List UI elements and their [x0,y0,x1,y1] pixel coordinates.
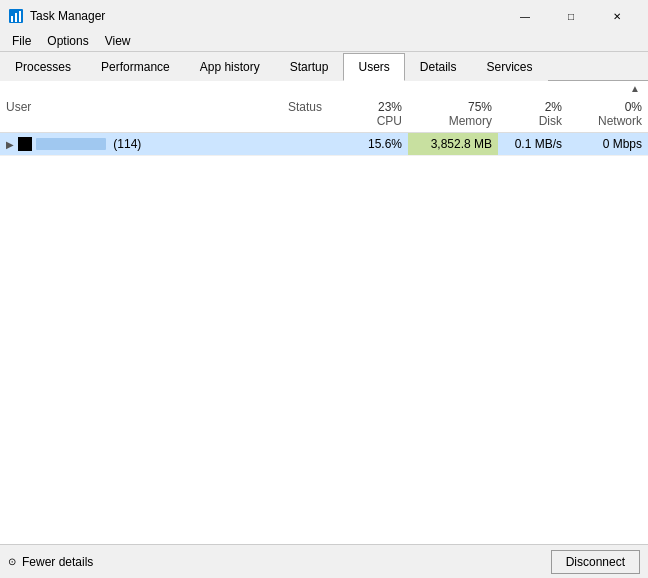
tab-performance[interactable]: Performance [86,53,185,81]
col-status[interactable]: Status [208,96,328,132]
maximize-button[interactable]: □ [548,6,594,26]
window-title: Task Manager [30,9,105,23]
status-cell [208,133,328,155]
status-bar: ⊙ Fewer details Disconnect [0,544,648,578]
menu-options[interactable]: Options [39,32,96,50]
network-cell: 0 Mbps [568,133,648,155]
col-memory[interactable]: 75% Memory [408,96,498,132]
col-cpu[interactable]: 23% CPU [328,96,408,132]
tab-details[interactable]: Details [405,53,472,81]
app-icon [8,8,24,24]
title-bar-left: Task Manager [8,8,105,24]
col-user[interactable]: User [0,96,208,132]
sort-header: ▲ [0,81,648,96]
tab-startup[interactable]: Startup [275,53,344,81]
sort-arrow-icon[interactable]: ▲ [626,83,644,94]
expand-icon[interactable]: ▶ [6,139,14,150]
close-button[interactable]: ✕ [594,6,640,26]
tab-services[interactable]: Services [472,53,548,81]
main-content: ▲ User Status 23% CPU 75% Memory 2% Disk… [0,81,648,544]
svg-rect-1 [11,16,13,22]
menu-view[interactable]: View [97,32,139,50]
svg-rect-2 [15,13,17,22]
title-bar: Task Manager — □ ✕ [0,0,648,30]
process-count: (114) [110,137,141,151]
tab-bar: Processes Performance App history Startu… [0,52,648,81]
menu-bar: File Options View [0,30,648,52]
tab-processes[interactable]: Processes [0,53,86,81]
fewer-details-icon: ⊙ [8,556,16,567]
col-network[interactable]: 0% Network [568,96,648,132]
table-row[interactable]: ▶ (114) 15.6% 3,852.8 MB 0.1 MB/s 0 Mbps [0,133,648,156]
username-redacted [36,138,106,150]
cpu-cell: 15.6% [328,133,408,155]
disk-cell: 0.1 MB/s [498,133,568,155]
window-controls: — □ ✕ [502,6,640,26]
tab-users[interactable]: Users [343,53,404,81]
fewer-details-button[interactable]: ⊙ Fewer details [8,555,93,569]
minimize-button[interactable]: — [502,6,548,26]
user-cell: ▶ (114) [0,133,208,155]
column-headers: User Status 23% CPU 75% Memory 2% Disk 0… [0,96,648,133]
tab-app-history[interactable]: App history [185,53,275,81]
col-disk[interactable]: 2% Disk [498,96,568,132]
avatar [18,137,32,151]
svg-rect-3 [19,11,21,22]
disconnect-button[interactable]: Disconnect [551,550,640,574]
table-body: ▶ (114) 15.6% 3,852.8 MB 0.1 MB/s 0 Mbps [0,133,648,544]
memory-cell: 3,852.8 MB [408,133,498,155]
fewer-details-label: Fewer details [22,555,93,569]
menu-file[interactable]: File [4,32,39,50]
